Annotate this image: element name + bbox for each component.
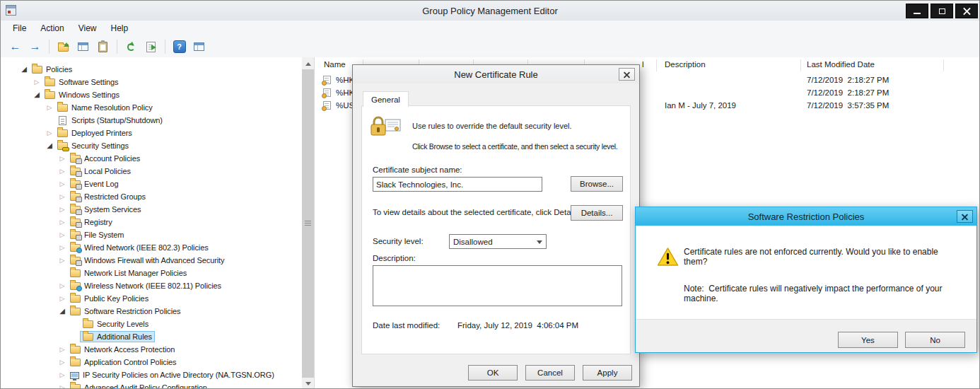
collapse-icon[interactable]: ◢ <box>45 142 54 149</box>
column-header-partial[interactable]: l <box>642 60 644 69</box>
yes-button[interactable]: Yes <box>838 332 898 348</box>
expand-icon[interactable]: ▷ <box>57 194 67 200</box>
tree-item-system-services[interactable]: ▷System Services <box>1 203 302 216</box>
tree-item-account-policies[interactable]: ▷Account Policies <box>1 152 302 165</box>
column-separator[interactable] <box>943 59 944 71</box>
column-separator[interactable] <box>800 59 801 71</box>
maximize-button[interactable] <box>931 4 953 18</box>
scroll-up-button[interactable] <box>302 57 314 69</box>
tree-item-deployed-printers[interactable]: ▷Deployed Printers <box>1 127 302 139</box>
menu-view[interactable]: View <box>72 22 103 35</box>
tree-item-content[interactable]: IP Security Policies on Active Directory… <box>67 369 277 381</box>
tree-item-content[interactable]: Local Policies <box>67 166 134 177</box>
expand-icon[interactable]: ▷ <box>57 219 67 226</box>
close-button[interactable] <box>955 4 978 18</box>
tree-item-additional-rules[interactable]: Additional Rules <box>1 330 302 343</box>
tree-item-name-resolution-policy[interactable]: ▷Name Resolution Policy <box>1 101 302 114</box>
details-button[interactable]: Details... <box>571 205 623 221</box>
expand-icon[interactable]: ▷ <box>45 105 54 111</box>
tree-item-policies[interactable]: ◢Policies <box>1 63 302 76</box>
srp-dialog-titlebar[interactable]: Software Restriction Policies <box>636 207 976 226</box>
tree-item-file-system[interactable]: ▷File System <box>1 228 302 241</box>
tree-item-content[interactable]: Public Key Policies <box>67 293 151 304</box>
security-level-select[interactable]: Disallowed <box>449 234 547 249</box>
expand-icon[interactable]: ▷ <box>45 130 54 137</box>
subject-name-input[interactable] <box>373 177 542 192</box>
tree-item-software-restriction-policies[interactable]: ◢Software Restriction Policies <box>1 305 302 318</box>
tree-item-scripts-startup-shutdown[interactable]: Scripts (Startup/Shutdown) <box>1 114 302 127</box>
tree-item-content[interactable]: Security Levels <box>80 318 151 330</box>
srp-dialog-close-button[interactable] <box>957 210 973 223</box>
minimize-button[interactable] <box>906 4 928 18</box>
tree-item-application-control-policies[interactable]: ▷Application Control Policies <box>1 356 302 368</box>
tree-item-content[interactable]: Registry <box>67 216 115 228</box>
collapse-icon[interactable]: ◢ <box>32 91 42 98</box>
expand-icon[interactable]: ▷ <box>57 245 67 251</box>
cert-dialog-close-button[interactable] <box>619 68 635 81</box>
tree-item-content[interactable]: Software Settings <box>42 76 122 88</box>
tree-item-content[interactable]: Deployed Printers <box>54 127 135 139</box>
tree-item-content[interactable]: Wired Network (IEEE 802.3) Policies <box>67 242 211 253</box>
tree-item-wired-network-ieee-802-3-policies[interactable]: ▷Wired Network (IEEE 802.3) Policies <box>1 241 302 254</box>
export-list-button[interactable] <box>142 38 160 55</box>
tree-item-software-settings[interactable]: ▷Software Settings <box>1 76 302 88</box>
tree-item-content[interactable]: Restricted Groups <box>67 191 148 202</box>
console-tree-button[interactable] <box>74 38 92 55</box>
tree-item-event-log[interactable]: ▷Event Log <box>1 178 302 190</box>
tree-item-registry[interactable]: ▷Registry <box>1 216 302 228</box>
tree-item-security-levels[interactable]: Security Levels <box>1 318 302 330</box>
expand-icon[interactable]: ▷ <box>57 156 67 162</box>
ok-button[interactable]: OK <box>468 365 518 381</box>
tree-item-security-settings[interactable]: ◢Security Settings <box>1 139 302 152</box>
collapse-icon[interactable]: ◢ <box>19 66 29 73</box>
tree-item-content[interactable]: Network Access Protection <box>67 344 177 355</box>
expand-icon[interactable]: ▷ <box>57 296 67 302</box>
menu-help[interactable]: Help <box>105 22 135 35</box>
expand-icon[interactable]: ▷ <box>57 232 67 238</box>
tree-item-content[interactable]: Wireless Network (IEEE 802.11) Policies <box>67 280 224 291</box>
help-button[interactable]: ? <box>170 38 188 55</box>
expand-icon[interactable]: ▷ <box>57 347 67 353</box>
scroll-down-button[interactable] <box>302 378 314 389</box>
refresh-button[interactable] <box>122 38 140 55</box>
tree-item-windows-firewall-with-advanced-security[interactable]: ▷Windows Firewall with Advanced Security <box>1 254 302 267</box>
cancel-button[interactable]: Cancel <box>525 365 575 381</box>
column-separator[interactable] <box>656 59 657 71</box>
tree-scrollbar[interactable] <box>302 57 314 389</box>
menu-file[interactable]: File <box>6 22 33 35</box>
back-button[interactable]: ← <box>6 38 24 55</box>
tree-item-network-access-protection[interactable]: ▷Network Access Protection <box>1 343 302 356</box>
tree-item-public-key-policies[interactable]: ▷Public Key Policies <box>1 292 302 305</box>
new-window-button[interactable] <box>190 38 208 55</box>
tree-item-content[interactable]: Software Restriction Policies <box>67 306 184 317</box>
tree-item-content[interactable]: Application Control Policies <box>67 356 180 368</box>
menu-action[interactable]: Action <box>34 22 70 35</box>
description-textarea[interactable] <box>373 265 622 306</box>
tree-item-content[interactable]: Network List Manager Policies <box>67 267 189 279</box>
tree-item-content[interactable]: Account Policies <box>67 153 143 164</box>
tree-item-content[interactable]: Security Settings <box>54 140 132 151</box>
tab-general[interactable]: General <box>363 91 409 107</box>
column-header-last-modified[interactable]: Last Modified Date <box>807 60 875 69</box>
tree-item-wireless-network-ieee-802-11-policies[interactable]: ▷Wireless Network (IEEE 802.11) Policies <box>1 279 302 292</box>
scrollbar-thumb[interactable] <box>302 69 314 378</box>
apply-button[interactable]: Apply <box>583 365 632 381</box>
no-button[interactable]: No <box>905 332 965 348</box>
expand-icon[interactable]: ▷ <box>57 372 67 378</box>
tree-item-content[interactable]: Windows Firewall with Advanced Security <box>67 255 227 266</box>
tree-item-local-policies[interactable]: ▷Local Policies <box>1 165 302 178</box>
tree-item-network-list-manager-policies[interactable]: Network List Manager Policies <box>1 267 302 279</box>
expand-icon[interactable]: ▷ <box>57 283 67 289</box>
tree-item-content[interactable]: Policies <box>29 64 75 75</box>
collapse-icon[interactable]: ◢ <box>57 308 67 315</box>
expand-icon[interactable]: ▷ <box>57 181 67 187</box>
expand-icon[interactable]: ▷ <box>57 168 67 175</box>
tree-item-content[interactable]: File System <box>67 229 127 240</box>
tree-item-content[interactable]: Scripts (Startup/Shutdown) <box>54 115 165 127</box>
properties-button[interactable] <box>94 38 112 55</box>
tree-item-content[interactable]: Windows Settings <box>42 89 122 100</box>
tree-item-content[interactable]: Name Resolution Policy <box>54 102 156 113</box>
tree-item-restricted-groups[interactable]: ▷Restricted Groups <box>1 190 302 203</box>
tree-item-content[interactable]: System Services <box>67 204 144 215</box>
expand-icon[interactable]: ▷ <box>32 79 42 86</box>
